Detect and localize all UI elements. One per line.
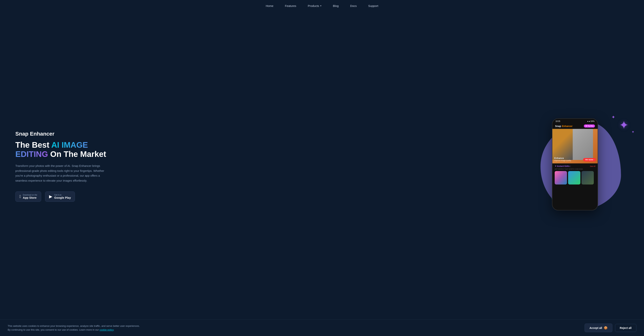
app-store-button[interactable]:  Download on the App Store xyxy=(15,191,41,202)
play-icon: ▶ xyxy=(49,194,52,199)
google-play-big-label: Google Play xyxy=(54,196,71,199)
phone-status-bar: 18:05 ● ● 54% xyxy=(552,119,598,123)
app-name: Snap Enhancer xyxy=(15,131,123,137)
enhance-label: Enhance xyxy=(554,157,571,160)
cookie-emoji-icon: 🍪 xyxy=(604,326,608,330)
hero-content: Snap Enhancer The Best AI IMAGE EDITING … xyxy=(15,131,123,202)
enhance-sublabel: Improve image quality xyxy=(554,160,571,161)
before-after-image xyxy=(552,129,593,160)
reject-all-button[interactable]: Reject all xyxy=(615,324,636,332)
snap-text: Snap xyxy=(555,125,561,128)
thumbnail-2 xyxy=(568,171,580,184)
crown-icon: ♛ xyxy=(585,125,587,127)
nav-home-link[interactable]: Home xyxy=(266,4,273,8)
nav-blog-link[interactable]: Blog xyxy=(333,4,339,8)
google-play-button[interactable]: ▶ Get it on Google Play xyxy=(45,191,75,202)
enhancer-text: Enhancer xyxy=(562,125,572,128)
hero-headline: The Best AI IMAGE EDITING On The Market xyxy=(15,140,123,159)
cookie-banner: This website uses cookies to enhance you… xyxy=(0,319,644,336)
app-store-small-label: Download on the xyxy=(23,194,37,196)
phone-icons: ● ● 54% xyxy=(587,120,594,122)
cookie-text: This website uses cookies to enhance you… xyxy=(8,324,142,331)
cookie-policy-link[interactable]: cookie policy xyxy=(100,328,114,331)
sparkle-small-top-icon: ✦ xyxy=(612,115,615,120)
nav-support-link[interactable]: Support xyxy=(368,4,378,8)
phone-main-image: Enhance Improve image quality TRY NOW › xyxy=(552,129,598,163)
navigation: Home Features Products ▾ Blog Docs Suppo… xyxy=(0,0,644,12)
store-buttons:  Download on the App Store ▶ Get it on … xyxy=(15,191,123,202)
apple-icon:  xyxy=(19,194,21,199)
sparkle-large-icon: ✦ xyxy=(619,118,629,132)
arrow-icon: › xyxy=(594,159,594,161)
instant-edits-header: ✦ Instant Edits : See All xyxy=(552,163,598,168)
see-all-link: See All xyxy=(590,165,595,167)
phone-time: 18:05 xyxy=(556,120,560,122)
instant-edits-title: ✦ Instant Edits : xyxy=(555,165,571,167)
try-now-button: TRY NOW › xyxy=(583,158,596,161)
thumbnail-1 xyxy=(555,171,567,184)
phone-mockup: 18:05 ● ● 54% Snap Enhancer ♛ Try Pro En… xyxy=(552,118,598,210)
snap-logo: Snap Enhancer xyxy=(555,124,572,128)
phone-app-header: Snap Enhancer ♛ Try Pro xyxy=(552,123,598,129)
hero-section: Snap Enhancer The Best AI IMAGE EDITING … xyxy=(0,12,644,317)
sparkle-small-right-icon: ✦ xyxy=(632,130,634,134)
accept-all-button[interactable]: Accept all 🍪 xyxy=(584,323,612,332)
try-pro-badge: ♛ Try Pro xyxy=(584,124,595,128)
plus-icon: ✦ xyxy=(555,165,557,167)
hero-phone-area: ✦ ✦ ✦ 18:05 ● ● 54% Snap Enhancer ♛ xyxy=(537,115,629,218)
phone-thumbnails xyxy=(552,171,598,184)
chevron-down-icon: ▾ xyxy=(320,5,322,7)
headline-suffix: On The Market xyxy=(48,150,106,159)
nav-docs-link[interactable]: Docs xyxy=(350,4,357,8)
headline-prefix: The Best xyxy=(15,140,51,149)
nav-products-link[interactable]: Products ▾ xyxy=(308,4,322,8)
accept-label: Accept all xyxy=(590,326,602,329)
hero-description: Transform your photos with the power of … xyxy=(15,163,107,183)
enhance-overlay: Enhance Improve image quality xyxy=(554,157,571,161)
nav-features-link[interactable]: Features xyxy=(285,4,296,8)
cookie-buttons: Accept all 🍪 Reject all xyxy=(584,323,636,332)
thumbnail-3 xyxy=(582,171,594,184)
app-store-big-label: App Store xyxy=(23,196,37,199)
art-works-label: ART WORKS THAT WORTH CHECKING xyxy=(552,168,598,171)
google-play-small-label: Get it on xyxy=(54,194,71,196)
